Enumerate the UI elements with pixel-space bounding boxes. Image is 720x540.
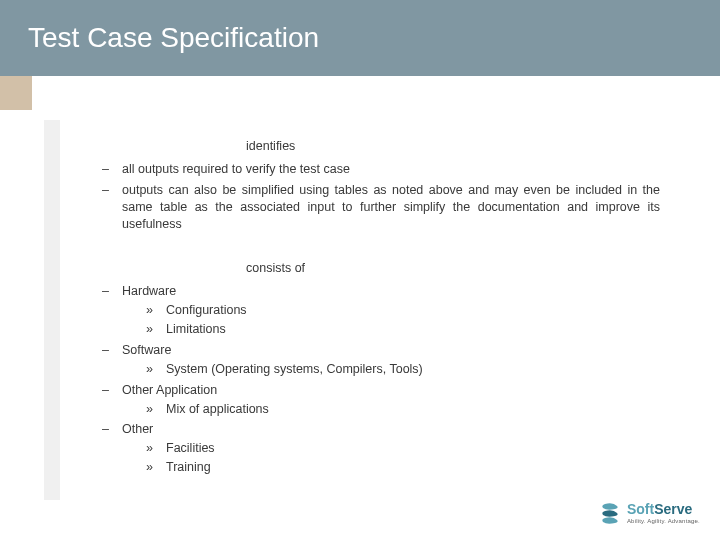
logo-mark-icon [597,500,623,526]
group-label: Other Application [122,383,217,397]
accent-block [0,76,32,110]
group-label: Other [122,422,153,436]
sub-item: Training [122,459,660,476]
list-item: Other Application Mix of applications [96,382,660,418]
sub-list: Mix of applications [122,401,660,418]
section-label-identifies: identifies [96,138,660,155]
consists-list: Hardware Configurations Limitations Soft… [96,283,660,476]
sub-item: Limitations [122,321,660,338]
slide-header: Test Case Specification [0,0,720,76]
logo-name-part1: Soft [627,501,654,517]
slide-title: Test Case Specification [28,22,319,54]
identifies-list: all outputs required to verify the test … [96,161,660,233]
section-label-consists: consists of [96,260,660,277]
sub-item: System (Operating systems, Compilers, To… [122,361,660,378]
group-label: Hardware [122,284,176,298]
list-item: Software System (Operating systems, Comp… [96,342,660,378]
logo-name-part2: Serve [654,501,692,517]
company-logo: SoftServe Ability. Agility. Advantage. [597,500,700,526]
logo-text: SoftServe Ability. Agility. Advantage. [627,502,700,524]
list-item: Other Facilities Training [96,421,660,476]
sub-list: System (Operating systems, Compilers, To… [122,361,660,378]
sub-item: Facilities [122,440,660,457]
side-accent-bar [44,120,60,500]
group-label: Software [122,343,171,357]
sub-list: Facilities Training [122,440,660,476]
sub-item: Mix of applications [122,401,660,418]
sub-list: Configurations Limitations [122,302,660,338]
list-item: outputs can also be simplified using tab… [96,182,660,233]
list-item: all outputs required to verify the test … [96,161,660,178]
sub-item: Configurations [122,302,660,319]
logo-name: SoftServe [627,502,700,516]
slide-content: identifies all outputs required to verif… [96,138,660,480]
list-item: Hardware Configurations Limitations [96,283,660,338]
logo-tagline: Ability. Agility. Advantage. [627,518,700,524]
